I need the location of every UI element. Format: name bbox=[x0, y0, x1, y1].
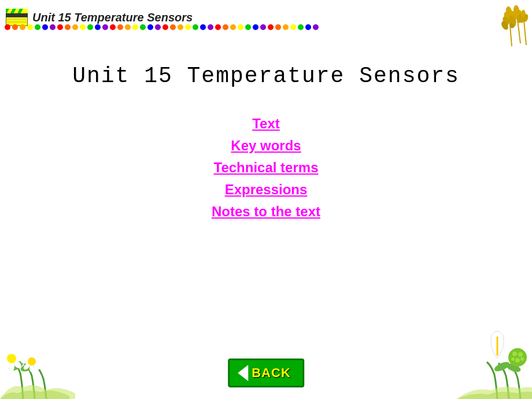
svg-point-44 bbox=[7, 354, 16, 363]
decorative-dot bbox=[57, 24, 63, 30]
svg-point-62 bbox=[520, 357, 524, 361]
svg-point-45 bbox=[29, 350, 34, 359]
decorative-dot bbox=[147, 24, 153, 30]
decorative-dot bbox=[155, 24, 161, 30]
decorative-dot bbox=[170, 24, 176, 30]
key-words-link[interactable]: Key words bbox=[231, 138, 301, 154]
decorative-dot bbox=[162, 24, 168, 30]
decorative-dot bbox=[95, 24, 101, 30]
svg-point-61 bbox=[511, 357, 515, 361]
decorative-dot bbox=[313, 24, 319, 30]
decorative-dot bbox=[80, 24, 86, 30]
decorative-dot bbox=[132, 24, 138, 30]
decorative-dot bbox=[27, 24, 33, 30]
svg-point-47 bbox=[35, 359, 43, 364]
decorative-dot bbox=[208, 24, 213, 30]
decorative-dot bbox=[260, 24, 266, 30]
decorative-dot bbox=[102, 24, 108, 30]
decorative-dot bbox=[298, 24, 304, 30]
svg-rect-1 bbox=[6, 13, 28, 17]
header-title: Unit 15 Temperature Sensors bbox=[32, 11, 193, 24]
decorative-dot bbox=[193, 24, 198, 30]
decorative-dot bbox=[238, 24, 243, 30]
technical-terms-link[interactable]: Technical terms bbox=[214, 160, 319, 176]
back-arrow-icon bbox=[238, 365, 248, 381]
menu-links: Text Key words Technical terms Expressio… bbox=[0, 116, 532, 220]
decorative-dot bbox=[245, 24, 251, 30]
decorative-dot bbox=[268, 24, 274, 30]
notes-link[interactable]: Notes to the text bbox=[212, 204, 320, 220]
decorative-dot bbox=[215, 24, 221, 30]
text-link[interactable]: Text bbox=[252, 116, 280, 132]
decorative-dot bbox=[42, 24, 48, 30]
decorative-dot bbox=[5, 24, 10, 30]
decorative-dot bbox=[20, 24, 25, 30]
svg-point-51 bbox=[21, 359, 29, 364]
decorative-dot bbox=[140, 24, 146, 30]
decorative-dot bbox=[12, 24, 18, 30]
svg-point-53 bbox=[28, 357, 36, 365]
decorative-dot bbox=[305, 24, 311, 30]
back-label: BACK bbox=[252, 365, 291, 380]
decorative-dot bbox=[200, 24, 206, 30]
back-button-container: BACK bbox=[228, 359, 304, 387]
decorative-dot bbox=[35, 24, 40, 30]
svg-point-58 bbox=[512, 352, 517, 356]
decorative-dot bbox=[275, 24, 281, 30]
svg-point-57 bbox=[508, 348, 527, 367]
decorative-dot bbox=[253, 24, 258, 30]
decorative-dot bbox=[125, 24, 131, 30]
decorative-dot bbox=[230, 24, 236, 30]
clapboard-icon bbox=[6, 9, 28, 26]
expressions-link[interactable]: Expressions bbox=[225, 182, 308, 198]
flowers-bottom-right bbox=[434, 318, 532, 399]
decorative-dot bbox=[117, 24, 123, 30]
decorative-dot bbox=[87, 24, 93, 30]
decorative-dot bbox=[185, 24, 191, 30]
decorative-dot bbox=[223, 24, 228, 30]
dots-row bbox=[5, 24, 319, 30]
decorative-dot bbox=[72, 24, 78, 30]
decorative-dot bbox=[110, 24, 116, 30]
svg-point-49 bbox=[29, 364, 34, 372]
wheat-decoration bbox=[477, 0, 532, 49]
svg-point-59 bbox=[518, 352, 523, 357]
back-button[interactable]: BACK bbox=[228, 359, 304, 387]
decorative-dot bbox=[178, 24, 183, 30]
decorative-dot bbox=[283, 24, 289, 30]
decorative-dot bbox=[65, 24, 71, 30]
decorative-dot bbox=[50, 24, 56, 30]
svg-point-60 bbox=[515, 358, 520, 363]
flowers-bottom-left bbox=[0, 324, 98, 399]
main-title: Unit 15 Temperature Sensors bbox=[0, 64, 532, 88]
decorative-dot bbox=[290, 24, 296, 30]
